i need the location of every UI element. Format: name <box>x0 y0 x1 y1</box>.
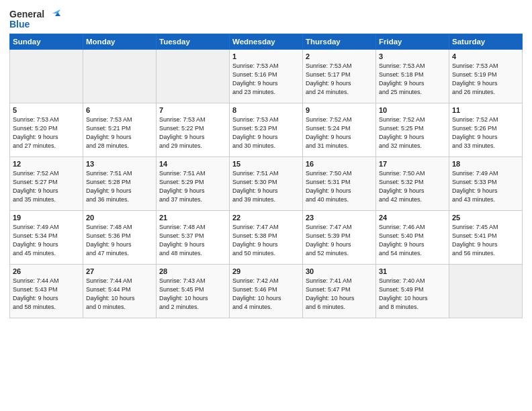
weekday-header-sunday: Sunday <box>10 34 83 50</box>
calendar-cell: 13Sunrise: 7:51 AM Sunset: 5:28 PM Dayli… <box>83 157 157 211</box>
day-number: 25 <box>452 214 519 222</box>
day-number: 1 <box>232 52 300 60</box>
calendar-cell: 21Sunrise: 7:48 AM Sunset: 5:37 PM Dayli… <box>157 211 230 265</box>
day-number: 24 <box>379 214 446 222</box>
day-number: 21 <box>159 214 226 222</box>
day-number: 26 <box>13 267 80 275</box>
calendar-cell: 16Sunrise: 7:50 AM Sunset: 5:31 PM Dayli… <box>303 157 376 211</box>
logo-blue-text: Blue <box>9 19 30 30</box>
calendar-cell: 20Sunrise: 7:48 AM Sunset: 5:36 PM Dayli… <box>83 211 157 265</box>
calendar-week-row: 5Sunrise: 7:53 AM Sunset: 5:20 PM Daylig… <box>10 103 523 157</box>
day-info: Sunrise: 7:53 AM Sunset: 5:20 PM Dayligh… <box>13 116 80 150</box>
day-number: 14 <box>159 160 226 168</box>
weekday-header-friday: Friday <box>376 34 449 50</box>
calendar-cell: 2Sunrise: 7:53 AM Sunset: 5:17 PM Daylig… <box>303 50 376 103</box>
day-number: 27 <box>86 267 153 275</box>
day-number: 12 <box>13 160 80 168</box>
day-number: 31 <box>379 267 446 275</box>
day-number: 15 <box>232 160 300 168</box>
calendar-cell: 18Sunrise: 7:49 AM Sunset: 5:33 PM Dayli… <box>449 157 523 211</box>
weekday-header-row: SundayMondayTuesdayWednesdayThursdayFrid… <box>10 34 523 50</box>
day-number: 8 <box>232 106 300 114</box>
logo: General Blue <box>9 7 60 30</box>
calendar-cell: 24Sunrise: 7:46 AM Sunset: 5:40 PM Dayli… <box>376 211 449 265</box>
calendar-cell: 30Sunrise: 7:41 AM Sunset: 5:47 PM Dayli… <box>303 265 376 318</box>
day-number: 22 <box>232 214 300 222</box>
day-number: 5 <box>13 106 80 114</box>
day-number: 18 <box>452 160 519 168</box>
day-info: Sunrise: 7:51 AM Sunset: 5:30 PM Dayligh… <box>232 169 300 204</box>
day-info: Sunrise: 7:53 AM Sunset: 5:22 PM Dayligh… <box>159 116 226 150</box>
day-number: 19 <box>13 214 80 222</box>
day-info: Sunrise: 7:50 AM Sunset: 5:32 PM Dayligh… <box>379 169 446 204</box>
day-info: Sunrise: 7:51 AM Sunset: 5:29 PM Dayligh… <box>159 169 226 204</box>
calendar-cell: 5Sunrise: 7:53 AM Sunset: 5:20 PM Daylig… <box>10 103 83 157</box>
page-container: General Blue SundayMondayTuesdayWednesda… <box>0 0 532 411</box>
calendar-cell: 4Sunrise: 7:53 AM Sunset: 5:19 PM Daylig… <box>449 50 523 103</box>
header: General Blue <box>9 7 523 30</box>
calendar-cell: 8Sunrise: 7:53 AM Sunset: 5:23 PM Daylig… <box>230 103 303 157</box>
day-number: 7 <box>159 106 226 114</box>
calendar-cell <box>83 50 157 103</box>
calendar-cell: 14Sunrise: 7:51 AM Sunset: 5:29 PM Dayli… <box>157 157 230 211</box>
calendar-cell: 17Sunrise: 7:50 AM Sunset: 5:32 PM Dayli… <box>376 157 449 211</box>
day-info: Sunrise: 7:44 AM Sunset: 5:44 PM Dayligh… <box>86 277 153 312</box>
day-info: Sunrise: 7:42 AM Sunset: 5:46 PM Dayligh… <box>232 277 300 312</box>
calendar-cell: 1Sunrise: 7:53 AM Sunset: 5:16 PM Daylig… <box>230 50 303 103</box>
calendar-cell <box>157 50 230 103</box>
day-info: Sunrise: 7:53 AM Sunset: 5:18 PM Dayligh… <box>379 62 446 97</box>
calendar-cell: 15Sunrise: 7:51 AM Sunset: 5:30 PM Dayli… <box>230 157 303 211</box>
day-info: Sunrise: 7:47 AM Sunset: 5:38 PM Dayligh… <box>232 223 300 258</box>
day-number: 9 <box>306 106 373 114</box>
day-info: Sunrise: 7:53 AM Sunset: 5:16 PM Dayligh… <box>232 62 300 97</box>
day-info: Sunrise: 7:40 AM Sunset: 5:49 PM Dayligh… <box>379 277 446 312</box>
weekday-header-monday: Monday <box>83 34 157 50</box>
logo-icon <box>46 7 60 21</box>
day-number: 10 <box>379 106 446 114</box>
day-info: Sunrise: 7:53 AM Sunset: 5:23 PM Dayligh… <box>232 116 300 150</box>
day-info: Sunrise: 7:52 AM Sunset: 5:24 PM Dayligh… <box>306 116 373 150</box>
day-info: Sunrise: 7:53 AM Sunset: 5:21 PM Dayligh… <box>86 116 153 150</box>
day-number: 3 <box>379 52 446 60</box>
calendar-cell: 10Sunrise: 7:52 AM Sunset: 5:25 PM Dayli… <box>376 103 449 157</box>
day-info: Sunrise: 7:53 AM Sunset: 5:19 PM Dayligh… <box>452 62 519 97</box>
calendar-cell: 3Sunrise: 7:53 AM Sunset: 5:18 PM Daylig… <box>376 50 449 103</box>
weekday-header-wednesday: Wednesday <box>230 34 303 50</box>
calendar-week-row: 26Sunrise: 7:44 AM Sunset: 5:43 PM Dayli… <box>10 265 523 318</box>
day-info: Sunrise: 7:45 AM Sunset: 5:41 PM Dayligh… <box>452 223 519 258</box>
day-info: Sunrise: 7:43 AM Sunset: 5:45 PM Dayligh… <box>159 277 226 312</box>
day-number: 6 <box>86 106 153 114</box>
calendar-cell: 27Sunrise: 7:44 AM Sunset: 5:44 PM Dayli… <box>83 265 157 318</box>
day-number: 28 <box>159 267 226 275</box>
calendar-body: 1Sunrise: 7:53 AM Sunset: 5:16 PM Daylig… <box>10 50 523 318</box>
logo-general-text: General <box>9 9 44 19</box>
day-info: Sunrise: 7:53 AM Sunset: 5:17 PM Dayligh… <box>306 62 373 97</box>
day-number: 17 <box>379 160 446 168</box>
calendar-header: SundayMondayTuesdayWednesdayThursdayFrid… <box>10 34 523 50</box>
day-number: 20 <box>86 214 153 222</box>
calendar-cell <box>449 265 523 318</box>
day-info: Sunrise: 7:46 AM Sunset: 5:40 PM Dayligh… <box>379 223 446 258</box>
weekday-header-tuesday: Tuesday <box>157 34 230 50</box>
day-number: 30 <box>306 267 373 275</box>
day-number: 13 <box>86 160 153 168</box>
calendar-cell: 25Sunrise: 7:45 AM Sunset: 5:41 PM Dayli… <box>449 211 523 265</box>
calendar-cell: 9Sunrise: 7:52 AM Sunset: 5:24 PM Daylig… <box>303 103 376 157</box>
day-info: Sunrise: 7:52 AM Sunset: 5:27 PM Dayligh… <box>13 169 80 204</box>
calendar-cell: 7Sunrise: 7:53 AM Sunset: 5:22 PM Daylig… <box>157 103 230 157</box>
calendar-cell: 19Sunrise: 7:49 AM Sunset: 5:34 PM Dayli… <box>10 211 83 265</box>
day-info: Sunrise: 7:49 AM Sunset: 5:33 PM Dayligh… <box>452 169 519 204</box>
calendar-table: SundayMondayTuesdayWednesdayThursdayFrid… <box>9 34 523 318</box>
day-info: Sunrise: 7:50 AM Sunset: 5:31 PM Dayligh… <box>306 169 373 204</box>
day-info: Sunrise: 7:52 AM Sunset: 5:25 PM Dayligh… <box>379 116 446 150</box>
day-number: 16 <box>306 160 373 168</box>
day-number: 23 <box>306 214 373 222</box>
calendar-cell: 29Sunrise: 7:42 AM Sunset: 5:46 PM Dayli… <box>230 265 303 318</box>
day-info: Sunrise: 7:49 AM Sunset: 5:34 PM Dayligh… <box>13 223 80 258</box>
calendar-cell: 28Sunrise: 7:43 AM Sunset: 5:45 PM Dayli… <box>157 265 230 318</box>
weekday-header-thursday: Thursday <box>303 34 376 50</box>
day-info: Sunrise: 7:52 AM Sunset: 5:26 PM Dayligh… <box>452 116 519 150</box>
calendar-week-row: 12Sunrise: 7:52 AM Sunset: 5:27 PM Dayli… <box>10 157 523 211</box>
calendar-cell: 23Sunrise: 7:47 AM Sunset: 5:39 PM Dayli… <box>303 211 376 265</box>
day-number: 11 <box>452 106 519 114</box>
